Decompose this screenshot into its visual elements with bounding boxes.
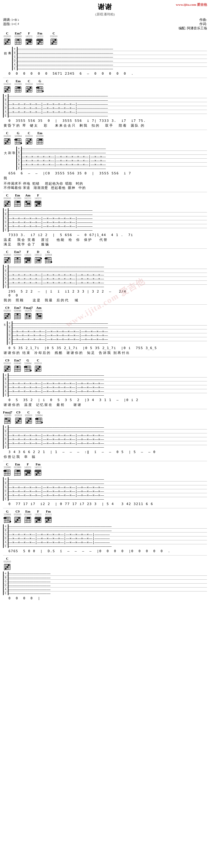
- svg-point-200: [36, 205, 37, 207]
- svg-point-385: [26, 422, 28, 424]
- svg-point-10: [7, 41, 8, 42]
- tab-s8: e———————————————————————————————————————…: [3, 425, 207, 449]
- svg-point-68: [8, 87, 10, 89]
- svg-point-199: [39, 203, 40, 205]
- chord-C9-s10: C9 032010: [13, 509, 22, 524]
- svg-point-162: [8, 201, 10, 203]
- svg-point-395: [36, 418, 38, 420]
- svg-point-431: [29, 472, 30, 473]
- notation-s6: 0 5 35 2̲1̲7i |0 5 35 2̲1̲7i |0 5 35 2̲1…: [3, 346, 207, 350]
- svg-point-175: [17, 201, 19, 203]
- svg-point-373: [16, 422, 18, 424]
- chord-G-s2: G 320004: [36, 79, 44, 93]
- svg-point-128: [14, 139, 16, 141]
- svg-point-80: [19, 87, 21, 89]
- tab-s7: e———————————————————————————————————————…: [3, 373, 207, 397]
- svg-point-515: [7, 566, 8, 568]
- header: www.ijita.com 爱吉他 谢谢 (原唱 潘玮柏): [3, 2, 207, 17]
- chord-Fm-s9: Fm 143111: [34, 462, 42, 476]
- svg-point-11: [5, 43, 7, 44]
- svg-rect-442: [34, 471, 41, 472]
- chord-F: F 143211: [25, 31, 33, 45]
- svg-point-245: [37, 259, 39, 261]
- chord-Em-s3: Em 022000: [36, 131, 44, 145]
- svg-point-326: [17, 366, 19, 368]
- tab-intro: e———————————————————————————————————————…: [12, 47, 207, 70]
- svg-point-174: [19, 201, 20, 203]
- notation-s5: 295 5 2 2 — | ï ï i1 2 3 3 | 3 2 2 — 2/4…: [3, 289, 207, 298]
- page: www.ijita.com 爱吉他 谢谢 (原唱 潘玮柏) 调调: 1=B ♭ …: [0, 0, 210, 605]
- chord-G-s10: G 320004: [3, 509, 11, 524]
- svg-point-407: [4, 470, 5, 472]
- tab-s9: e———————————————————————————————————————…: [3, 477, 207, 501]
- svg-point-303: [38, 315, 39, 317]
- svg-point-348: [39, 366, 40, 368]
- svg-point-466: [19, 518, 20, 519]
- notation-s2: 0 3555 556 35 0 | 3555 556 i 7| 7333 3. …: [3, 119, 207, 123]
- svg-point-129: [21, 143, 22, 144]
- chord-Fm-s10: Fm 143111: [44, 509, 53, 524]
- chord-Em-s4: Em 022000: [13, 193, 22, 208]
- svg-point-419: [17, 470, 19, 472]
- svg-point-233: [27, 259, 29, 261]
- section-7: C9 032010 Em7 020048 G 320004 C 032010 e…: [3, 359, 207, 407]
- svg-point-270: [7, 315, 8, 317]
- svg-point-292: [29, 315, 31, 317]
- tempo: 调调: 1=B ♭: [3, 18, 19, 22]
- chord-G-s7: G 320004: [24, 359, 32, 373]
- svg-point-198: [37, 203, 39, 205]
- svg-point-361: [8, 420, 10, 422]
- svg-point-350: [36, 370, 37, 371]
- chord-C9-s7: C9 032010: [3, 359, 11, 373]
- svg-point-281: [17, 314, 19, 315]
- chord-D-s5: D 100132: [34, 250, 42, 264]
- chord-C: C 032010: [3, 31, 11, 45]
- lyrics-s5: 我的 照顾 这是 我最 后的代 城: [3, 298, 207, 303]
- chord-C-s8b: C 032010: [25, 410, 33, 425]
- tab-s10: e———————————————————————————————————————…: [3, 524, 207, 548]
- svg-point-105: [42, 91, 44, 92]
- svg-point-45: [39, 41, 41, 42]
- svg-point-430: [27, 472, 29, 473]
- lyrics-s4: 温柔 我会 笑着 渡过 他能 给 你 保护 代替 满足 我学 会了 服骗: [3, 238, 207, 247]
- chord-C-s2: C 032010: [3, 79, 11, 93]
- svg-point-210: [8, 258, 10, 259]
- section-label-s: S: [3, 323, 6, 327]
- song-subtitle: (原唱 潘玮柏): [3, 12, 207, 17]
- svg-point-492: [36, 521, 37, 523]
- svg-point-514: [8, 564, 10, 566]
- svg-point-164: [5, 205, 7, 207]
- svg-point-338: [30, 370, 32, 371]
- svg-point-396: [35, 418, 36, 420]
- svg-point-246: [39, 259, 40, 261]
- chord-C-s7: C 032010: [34, 359, 42, 373]
- svg-point-115: [8, 139, 10, 141]
- svg-point-479: [27, 518, 29, 519]
- notation-s4: 7333 3. i7 i2 2 | 5 656 — 0 67|1̲44 4 1 …: [3, 233, 207, 237]
- lyrics-s2: 黄昏下的 琴 键太 彩 来来去去只 剩我 扣的 双手 陪着 圆队 的: [3, 123, 207, 128]
- chord-G-s3: G 320004: [14, 131, 22, 145]
- chord-C-s4: C 032010: [3, 193, 11, 208]
- svg-point-467: [17, 519, 19, 521]
- arranger: 编配: 阿潘音乐工场: [179, 26, 207, 31]
- chord-Am-s4: Am 102211: [24, 193, 32, 208]
- chord-F-s5: F 143211: [24, 250, 32, 264]
- svg-point-46: [38, 43, 39, 44]
- tab-s11: e—————————————————————— B———————————————…: [3, 571, 207, 595]
- svg-point-455: [4, 518, 5, 519]
- svg-point-259: [51, 261, 52, 263]
- chord-C-s2b: C 032010: [25, 79, 33, 93]
- chord-C9-s6: C9 032010: [3, 306, 11, 320]
- chord-Em7-s6: Em7 020048: [13, 306, 22, 320]
- svg-point-117: [5, 143, 7, 144]
- svg-point-103: [38, 87, 39, 89]
- notation-s11: 0 0 0 0 |: [3, 596, 207, 600]
- svg-point-516: [5, 568, 7, 570]
- svg-point-337: [24, 366, 26, 368]
- svg-point-491: [39, 519, 40, 521]
- svg-point-478: [29, 518, 30, 519]
- chord-C9-s8: C9 032010: [14, 410, 23, 425]
- svg-point-360: [5, 418, 7, 420]
- chord-C-s5: C 032010: [3, 250, 11, 264]
- svg-point-151: [41, 139, 42, 141]
